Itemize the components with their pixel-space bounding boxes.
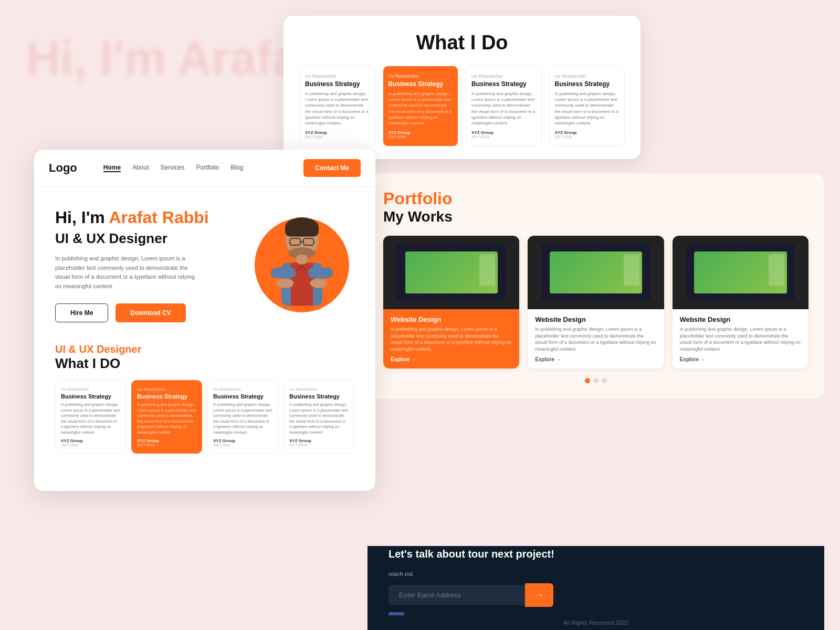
portfolio-card-title-1: Website Design [535,316,656,323]
main-svc-card-0[interactable]: Ux Researcher Business Strategy In publi… [55,380,126,454]
main-svc-title-0: Business Strategy [61,393,120,400]
main-svc-title-3: Business Strategy [289,393,349,400]
main-svc-role-3: Ux Researcher [289,387,349,392]
nav-link-services[interactable]: Services [160,164,184,172]
main-svc-year-0: 2017-2019 [61,443,120,447]
main-svc-company-0: XYZ Group [61,438,120,443]
hero-name: Arafat Rabbi [109,208,208,227]
svg-rect-10 [271,268,296,278]
hero-text: Hi, I'm Arafat Rabbi UI & UX Designer In… [55,208,249,322]
hire-me-button[interactable]: Hire Me [55,303,108,322]
hero-greeting: Hi, I'm Arafat Rabbi [55,208,249,227]
main-svc-card-1[interactable]: Ux Researcher Business Strategy In publi… [131,380,202,454]
footer-cta-text: Let's talk about tour next project! [388,548,554,560]
main-card: Logo Home About Services Portfolio Blog … [34,150,375,491]
hero-person-image [249,202,354,318]
dot-1[interactable] [585,378,590,383]
svg-rect-2 [285,222,319,236]
what-i-do-back-card: What I Do Ux Researcher Business Strateg… [284,16,640,159]
svg-point-13 [310,279,327,288]
main-svc-card-2[interactable]: Ux Researcher Business Strategy In publi… [207,380,278,454]
hero-image-container [249,213,354,318]
portfolio-grid: Website Design In publishing and graphic… [383,236,808,369]
nav-link-portfolio[interactable]: Portfolio [196,164,219,172]
nav-link-about[interactable]: About [132,164,149,172]
portfolio-card-0[interactable]: Website Design In publishing and graphic… [383,236,519,369]
email-submit-button[interactable]: → [525,583,553,607]
explore-link-1[interactable]: Explore → [535,356,656,362]
svc-desc-2: In publishing and graphic design, Lorem … [471,91,536,126]
svc-title-1: Business Strategy [388,80,453,88]
main-svc-desc-0: In publishing and graphic design, Lorem … [61,402,120,435]
dot-2[interactable] [593,378,598,383]
svc-company-3: XYZ Group [555,130,620,135]
main-svc-title-2: Business Strategy [213,393,272,400]
main-svc-company-1: XYZ Group [137,438,196,443]
portfolio-img-2 [673,236,808,309]
portfolio-dots [383,378,808,383]
portfolio-card-1[interactable]: Website Design In publishing and graphic… [528,236,664,369]
main-svc-desc-3: In publishing and graphic design, Lorem … [289,402,349,435]
hero-hi: Hi, I'm [55,208,105,227]
service-grid: Ux Researcher Business Strategy In publi… [55,380,354,454]
svg-rect-11 [308,268,333,278]
email-input[interactable] [388,585,525,605]
portfolio-card-desc-1: In publishing and graphic design, Lorem … [535,326,656,352]
portfolio-card-title-2: Website Design [680,316,801,323]
main-svc-desc-2: In publishing and graphic design, Lorem … [213,402,272,435]
contact-me-button[interactable]: Contact Me [303,159,361,177]
nav-link-home[interactable]: Home [103,164,121,172]
hero-role: UI & UX Designer [55,230,249,247]
portfolio-label: Portfolio [383,189,808,208]
svc-desc-3: In publishing and graphic design, Lorem … [555,91,620,126]
svc-role-3: Ux Researcher [555,74,620,79]
back-card-title: What I Do [299,32,625,54]
portfolio-card-desc-0: In publishing and graphic design, Lorem … [391,326,512,352]
section-title: What I DO [55,355,354,372]
download-cv-button[interactable]: Download CV [116,303,185,322]
hero-section: Hi, I'm Arafat Rabbi UI & UX Designer In… [34,187,375,333]
svc-title-2: Business Strategy [471,80,536,88]
back-service-card-2[interactable]: Ux Researcher Business Strategy In publi… [466,66,542,146]
explore-link-0[interactable]: Explore → [391,356,512,362]
navbar: Logo Home About Services Portfolio Blog … [34,150,375,187]
dot-3[interactable] [602,378,607,383]
footer-note: reach out. [388,571,554,577]
back-service-card-1[interactable]: Ux Researcher Business Strategy In publi… [383,66,459,146]
portfolio-sub: My Works [383,208,808,225]
portfolio-card-2[interactable]: Website Design In publishing and graphic… [673,236,808,369]
svc-desc-0: In publishing and graphic design, Lorem … [305,91,370,126]
section-sub: UI & UX Designer [55,343,354,355]
nav-link-blog[interactable]: Blog [231,164,244,172]
portfolio-card-desc-2: In publishing and graphic design, Lorem … [680,326,801,352]
main-svc-company-3: XYZ Group [289,438,349,443]
svc-role-2: Ux Researcher [471,74,536,79]
svc-role-1: Ux Researcher [388,74,453,79]
svc-year-2: 2017-2019 [471,135,536,139]
nav-links: Home About Services Portfolio Blog [103,164,293,172]
main-svc-year-1: 2017-2019 [137,443,196,447]
portfolio-card-title-0: Website Design [391,316,512,323]
svc-title-0: Business Strategy [305,80,370,88]
back-service-card-3[interactable]: Ux Researcher Business Strategy In publi… [549,66,625,146]
main-svc-desc-1: In publishing and graphic design, Lorem … [137,402,196,435]
main-svc-company-2: XYZ Group [213,438,272,443]
svg-rect-14 [296,255,308,264]
svc-year-1: 2017-2019 [388,135,453,139]
svc-year-3: 2017-2019 [555,135,620,139]
main-svc-role-0: Ux Researcher [61,387,120,392]
svc-year-0: 2017-2019 [305,135,370,139]
main-svc-role-2: Ux Researcher [213,387,272,392]
portfolio-img-0 [383,236,519,309]
main-svc-card-3[interactable]: Ux Researcher Business Strategy In publi… [284,380,354,454]
main-svc-year-2: 2017-2019 [213,443,272,447]
hero-desc: In publishing and graphic design, Lorem … [55,254,202,291]
svc-company-2: XYZ Group [471,130,536,135]
back-service-card-0[interactable]: Ux Researcher Business Strategy In publi… [299,66,375,146]
main-svc-title-1: Business Strategy [137,393,196,400]
svc-title-3: Business Strategy [555,80,620,88]
svg-point-12 [277,279,294,288]
footer-copyright: All Rights Reserved 2022 [368,615,824,630]
explore-link-2[interactable]: Explore → [680,356,801,362]
back-card-service-grid: Ux Researcher Business Strategy In publi… [299,66,625,146]
